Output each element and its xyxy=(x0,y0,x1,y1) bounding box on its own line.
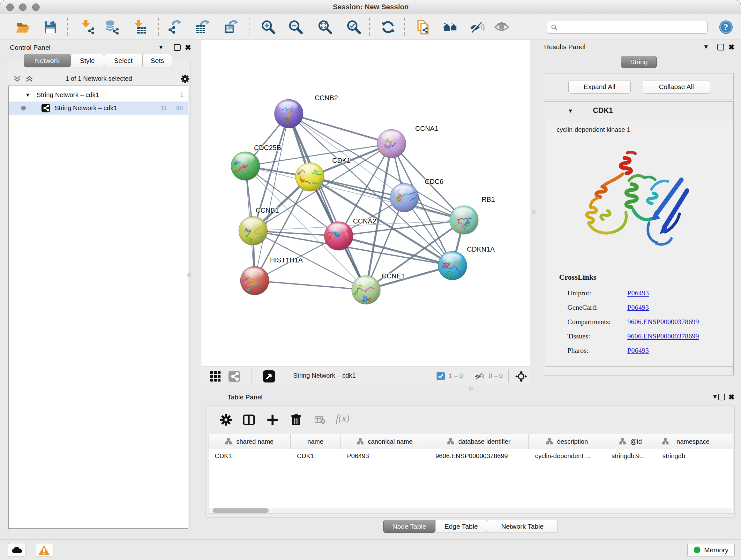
expand-all-button[interactable]: Expand All xyxy=(568,80,630,94)
svg-text:?: ? xyxy=(724,22,728,32)
tab-edge-table[interactable]: Edge Table xyxy=(435,520,487,533)
copy-document-icon[interactable] xyxy=(415,19,431,35)
section-expander-icon[interactable]: ▼ xyxy=(568,108,573,114)
open-in-window-icon[interactable] xyxy=(263,370,275,382)
gene-section-header[interactable]: ▼ CDK1 xyxy=(544,102,733,121)
selected-count-label: 1 – 0 xyxy=(449,372,463,380)
add-column-icon[interactable] xyxy=(266,414,279,426)
results-actions-box: Expand All Collapse All xyxy=(544,73,734,100)
birdseye-view-icon[interactable] xyxy=(515,371,527,382)
close-panel-icon[interactable]: ✖ xyxy=(728,393,735,401)
cell-namespace: stringdb xyxy=(656,449,733,462)
results-panel: Results Panel ▼ ✖ String Expand All Coll… xyxy=(530,40,738,390)
column-type-icon xyxy=(447,438,454,445)
column-header[interactable]: canonical name xyxy=(340,434,429,449)
float-panel-icon[interactable] xyxy=(174,44,181,51)
warning-status-button[interactable] xyxy=(35,543,53,557)
crosslink-value-link[interactable]: P06493 xyxy=(627,289,649,297)
import-network-file-icon[interactable] xyxy=(80,19,95,35)
panel-menu-icon[interactable]: ▼ xyxy=(712,394,718,400)
help-icon[interactable]: ? xyxy=(719,20,733,34)
float-panel-icon[interactable] xyxy=(718,394,725,400)
network-selection-bar: 1 of 1 Network selected xyxy=(8,72,189,85)
tab-string[interactable]: String xyxy=(621,56,657,68)
scrollbar-thumb[interactable] xyxy=(212,508,269,513)
toolbar-separator xyxy=(250,18,250,36)
panel-menu-icon[interactable]: ▼ xyxy=(158,44,164,50)
float-panel-icon[interactable] xyxy=(718,44,724,51)
tab-style[interactable]: Style xyxy=(71,54,104,67)
network-view-title: String Network – cdk1 xyxy=(293,372,356,379)
selected-checkbox-icon[interactable] xyxy=(436,372,445,380)
function-builder-icon: f(x) xyxy=(336,413,349,424)
tab-network[interactable]: Network xyxy=(24,54,71,67)
export-image-icon[interactable] xyxy=(224,19,239,35)
import-table-file-icon[interactable] xyxy=(132,19,148,35)
hide-selected-icon[interactable] xyxy=(469,19,485,35)
zoom-out-icon[interactable] xyxy=(288,19,304,35)
zoom-selected-icon[interactable] xyxy=(346,19,361,35)
cell-id: stringdb:9... xyxy=(605,449,656,462)
table-options-gear-icon[interactable] xyxy=(220,414,232,426)
column-header[interactable]: namespace xyxy=(656,434,733,449)
zoom-in-icon[interactable] xyxy=(261,19,276,35)
home-icon[interactable] xyxy=(443,19,458,35)
column-header[interactable]: description xyxy=(529,434,605,449)
memory-button[interactable]: Memory xyxy=(687,543,735,557)
share-network-icon[interactable] xyxy=(228,371,240,382)
gene-section: ▼ CDK1 cyclin-dependent kinase 1 xyxy=(544,101,734,375)
network-view-toolbar: String Network – cdk1 1 – 0 0 – 0 xyxy=(201,367,530,385)
column-header[interactable]: shared name xyxy=(208,434,291,449)
export-network-icon[interactable] xyxy=(167,19,182,35)
tab-node-table[interactable]: Node Table xyxy=(383,520,435,533)
horizontal-scrollbar[interactable] xyxy=(209,508,732,513)
tab-select[interactable]: Select xyxy=(104,54,143,67)
splitter-handle[interactable] xyxy=(187,273,191,277)
crosslink-value-link[interactable]: P06493 xyxy=(627,303,649,312)
grid-view-icon[interactable] xyxy=(210,371,221,382)
export-table-icon[interactable] xyxy=(195,19,211,35)
network-row[interactable]: String Network – cdk1 11 48 xyxy=(9,102,188,115)
crosslink-value-link[interactable]: P06493 xyxy=(627,347,649,355)
save-session-icon[interactable] xyxy=(43,19,58,35)
delete-column-icon[interactable] xyxy=(290,414,302,426)
network-canvas[interactable]: CCNB2CCNA1CDC25BCDK1CDC6RB1CCNB1CCNA2CDK… xyxy=(201,40,530,367)
close-panel-icon[interactable]: ✖ xyxy=(185,44,191,51)
tab-network-table[interactable]: Network Table xyxy=(487,520,558,533)
table-row[interactable]: CDK1 CDK1 P06493 9606.ENSP00000378699 cy… xyxy=(208,449,733,462)
column-header[interactable]: @id xyxy=(605,434,656,449)
crosslink-value-link[interactable]: 9606.ENSP00000378699 xyxy=(627,332,699,340)
network-collection-row[interactable]: ▼ String Network – cdk1 1 xyxy=(9,88,188,102)
splitter-handle[interactable] xyxy=(469,387,473,390)
app-window: Session: New Session xyxy=(0,0,741,560)
cell-database-identifier: 9606.ENSP00000378699 xyxy=(429,449,529,462)
column-header[interactable]: database identifier xyxy=(429,434,529,449)
zoom-fit-icon[interactable] xyxy=(318,19,333,35)
show-columns-icon[interactable] xyxy=(243,414,255,426)
panel-menu-icon[interactable]: ▼ xyxy=(703,44,709,50)
collapse-all-button[interactable]: Collapse All xyxy=(643,80,710,94)
delete-table-icon xyxy=(315,416,326,424)
table-body: f(x) shared name name canonical name dat… xyxy=(205,405,735,517)
crosslink-value-link[interactable]: 9606.ENSP00000378699 xyxy=(627,318,699,326)
table-panel-title: Table Panel xyxy=(227,393,263,401)
window-title: Session: New Session xyxy=(0,3,741,11)
collection-count: 1 xyxy=(180,91,184,99)
collection-expander-icon[interactable]: ▼ xyxy=(25,92,30,98)
gene-name: CDK1 xyxy=(593,106,613,115)
cloud-status-button[interactable] xyxy=(8,543,26,557)
show-all-icon[interactable] xyxy=(494,19,509,35)
column-header[interactable]: name xyxy=(291,434,340,449)
tab-sets[interactable]: Sets xyxy=(143,54,172,67)
protein-structure-image xyxy=(568,148,695,257)
crosslink-label: Tissues: xyxy=(567,332,590,340)
close-panel-icon[interactable]: ✖ xyxy=(728,44,735,51)
node-label-CCNE1: CCNE1 xyxy=(382,272,405,280)
network-type-icon xyxy=(42,104,50,112)
import-network-database-icon[interactable] xyxy=(104,19,119,35)
search-input[interactable] xyxy=(547,21,708,34)
open-session-icon[interactable] xyxy=(15,19,30,35)
refresh-icon[interactable] xyxy=(381,19,396,35)
hidden-eye-icon xyxy=(474,372,484,380)
gear-icon[interactable] xyxy=(181,74,190,83)
